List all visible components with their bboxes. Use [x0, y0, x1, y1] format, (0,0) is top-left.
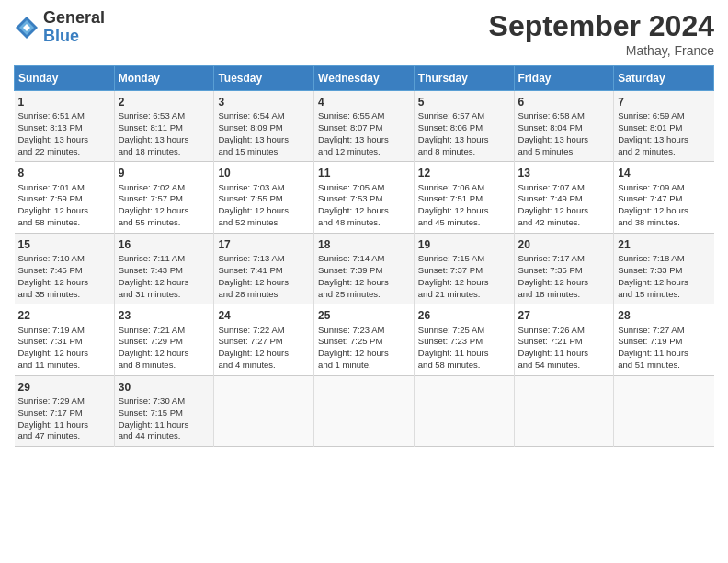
col-monday: Monday — [114, 66, 214, 91]
table-row: 9Sunrise: 7:02 AMSunset: 7:57 PMDaylight… — [114, 162, 214, 233]
logo-text: General Blue — [43, 9, 105, 46]
table-row: 30Sunrise: 7:30 AMSunset: 7:15 PMDayligh… — [114, 375, 214, 446]
title-block: September 2024 Mathay, France — [489, 9, 714, 58]
table-row: 5Sunrise: 6:57 AMSunset: 8:06 PMDaylight… — [414, 91, 514, 162]
table-row: 7Sunrise: 6:59 AMSunset: 8:01 PMDaylight… — [614, 91, 714, 162]
day-number: 8 — [18, 166, 110, 180]
day-number: 6 — [518, 95, 610, 109]
day-number: 26 — [418, 308, 510, 323]
header-row: Sunday Monday Tuesday Wednesday Thursday… — [15, 66, 714, 91]
logo-blue: Blue — [43, 28, 105, 46]
day-number: 7 — [618, 95, 710, 109]
table-row: 13Sunrise: 7:07 AMSunset: 7:49 PMDayligh… — [514, 162, 614, 233]
col-saturday: Saturday — [614, 66, 714, 91]
day-number: 13 — [518, 166, 610, 180]
day-number: 4 — [318, 95, 410, 109]
header: General Blue September 2024 Mathay, Fran… — [14, 9, 714, 58]
table-row: 8Sunrise: 7:01 AMSunset: 7:59 PMDaylight… — [15, 162, 115, 233]
calendar-table: Sunday Monday Tuesday Wednesday Thursday… — [14, 65, 714, 447]
table-row: 22Sunrise: 7:19 AMSunset: 7:31 PMDayligh… — [15, 304, 115, 375]
col-tuesday: Tuesday — [214, 66, 314, 91]
day-number: 16 — [119, 237, 210, 252]
day-number: 5 — [418, 95, 510, 109]
day-number: 2 — [119, 95, 210, 109]
col-friday: Friday — [514, 66, 614, 91]
day-number: 22 — [18, 308, 110, 323]
calendar-week: 8Sunrise: 7:01 AMSunset: 7:59 PMDaylight… — [15, 162, 714, 233]
day-number: 9 — [119, 166, 210, 180]
day-number: 29 — [18, 380, 110, 395]
table-row: 24Sunrise: 7:22 AMSunset: 7:27 PMDayligh… — [214, 304, 314, 375]
day-number: 11 — [318, 166, 410, 180]
location: Mathay, France — [489, 43, 714, 58]
day-number: 30 — [119, 380, 210, 395]
col-sunday: Sunday — [15, 66, 115, 91]
day-number: 19 — [418, 237, 510, 252]
calendar-week: 1Sunrise: 6:51 AMSunset: 8:13 PMDaylight… — [15, 91, 714, 162]
table-row: 28Sunrise: 7:27 AMSunset: 7:19 PMDayligh… — [614, 304, 714, 375]
day-number: 25 — [318, 308, 410, 323]
day-number: 28 — [618, 308, 710, 323]
logo-icon — [14, 15, 40, 40]
day-number: 1 — [18, 95, 110, 109]
table-row: 11Sunrise: 7:05 AMSunset: 7:53 PMDayligh… — [314, 162, 415, 233]
day-number: 17 — [218, 237, 310, 252]
day-number: 21 — [618, 237, 710, 252]
day-number: 14 — [618, 166, 710, 180]
day-number: 20 — [518, 237, 610, 252]
table-row: 20Sunrise: 7:17 AMSunset: 7:35 PMDayligh… — [514, 233, 614, 304]
day-number: 3 — [218, 95, 310, 109]
table-row — [314, 375, 415, 446]
calendar-week: 22Sunrise: 7:19 AMSunset: 7:31 PMDayligh… — [15, 304, 714, 375]
table-row — [414, 375, 514, 446]
table-row: 25Sunrise: 7:23 AMSunset: 7:25 PMDayligh… — [314, 304, 415, 375]
table-row: 27Sunrise: 7:26 AMSunset: 7:21 PMDayligh… — [514, 304, 614, 375]
table-row: 12Sunrise: 7:06 AMSunset: 7:51 PMDayligh… — [414, 162, 514, 233]
table-row: 19Sunrise: 7:15 AMSunset: 7:37 PMDayligh… — [414, 233, 514, 304]
day-number: 18 — [318, 237, 410, 252]
month-title: September 2024 — [489, 9, 714, 43]
table-row: 16Sunrise: 7:11 AMSunset: 7:43 PMDayligh… — [114, 233, 214, 304]
day-number: 10 — [218, 166, 310, 180]
table-row: 10Sunrise: 7:03 AMSunset: 7:55 PMDayligh… — [214, 162, 314, 233]
day-number: 27 — [518, 308, 610, 323]
table-row — [514, 375, 614, 446]
table-row: 23Sunrise: 7:21 AMSunset: 7:29 PMDayligh… — [114, 304, 214, 375]
table-row: 2Sunrise: 6:53 AMSunset: 8:11 PMDaylight… — [114, 91, 214, 162]
day-number: 15 — [18, 237, 110, 252]
table-row: 4Sunrise: 6:55 AMSunset: 8:07 PMDaylight… — [314, 91, 415, 162]
table-row: 15Sunrise: 7:10 AMSunset: 7:45 PMDayligh… — [15, 233, 115, 304]
table-row: 17Sunrise: 7:13 AMSunset: 7:41 PMDayligh… — [214, 233, 314, 304]
table-row: 6Sunrise: 6:58 AMSunset: 8:04 PMDaylight… — [514, 91, 614, 162]
calendar-week: 15Sunrise: 7:10 AMSunset: 7:45 PMDayligh… — [15, 233, 714, 304]
day-number: 12 — [418, 166, 510, 180]
table-row: 18Sunrise: 7:14 AMSunset: 7:39 PMDayligh… — [314, 233, 415, 304]
table-row: 14Sunrise: 7:09 AMSunset: 7:47 PMDayligh… — [614, 162, 714, 233]
logo: General Blue — [14, 9, 105, 46]
table-row: 26Sunrise: 7:25 AMSunset: 7:23 PMDayligh… — [414, 304, 514, 375]
table-row: 1Sunrise: 6:51 AMSunset: 8:13 PMDaylight… — [15, 91, 115, 162]
table-row — [214, 375, 314, 446]
col-wednesday: Wednesday — [314, 66, 415, 91]
table-row — [614, 375, 714, 446]
logo-general: General — [43, 9, 105, 28]
table-row: 3Sunrise: 6:54 AMSunset: 8:09 PMDaylight… — [214, 91, 314, 162]
col-thursday: Thursday — [414, 66, 514, 91]
day-number: 24 — [218, 308, 310, 323]
page-container: General Blue September 2024 Mathay, Fran… — [0, 0, 728, 456]
calendar-week: 29Sunrise: 7:29 AMSunset: 7:17 PMDayligh… — [15, 375, 714, 446]
table-row: 21Sunrise: 7:18 AMSunset: 7:33 PMDayligh… — [614, 233, 714, 304]
table-row: 29Sunrise: 7:29 AMSunset: 7:17 PMDayligh… — [15, 375, 115, 446]
day-number: 23 — [119, 308, 210, 323]
